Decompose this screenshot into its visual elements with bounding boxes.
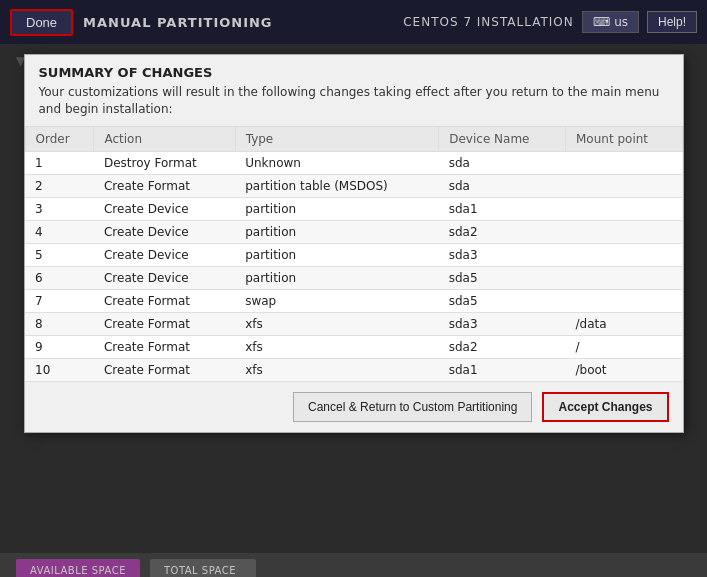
cell-device: sda5 — [439, 289, 566, 312]
cell-action: Create Device — [94, 220, 235, 243]
cell-mount: /boot — [566, 358, 683, 381]
dialog-buttons: Cancel & Return to Custom Partitioning A… — [25, 382, 683, 432]
keyboard-widget[interactable]: ⌨ us — [582, 11, 639, 33]
col-order: Order — [25, 126, 94, 151]
cell-order: 5 — [25, 243, 94, 266]
table-row: 10Create Formatxfssda1/boot — [25, 358, 682, 381]
table-row: 6Create Devicepartitionsda5 — [25, 266, 682, 289]
cell-mount — [566, 174, 683, 197]
cell-mount: / — [566, 335, 683, 358]
cancel-button[interactable]: Cancel & Return to Custom Partitioning — [293, 392, 532, 422]
table-row: 5Create Devicepartitionsda3 — [25, 243, 682, 266]
changes-table: Order Action Type Device Name Mount poin… — [25, 126, 683, 382]
cell-type: partition — [235, 243, 439, 266]
cell-device: sda — [439, 174, 566, 197]
cell-mount — [566, 151, 683, 174]
help-button[interactable]: Help! — [647, 11, 697, 33]
cell-type: xfs — [235, 358, 439, 381]
table-row: 2Create Formatpartition table (MSDOS)sda — [25, 174, 682, 197]
cell-order: 4 — [25, 220, 94, 243]
top-bar-left: Done MANUAL PARTITIONING — [10, 9, 273, 36]
cell-mount — [566, 220, 683, 243]
cell-type: xfs — [235, 335, 439, 358]
cell-mount — [566, 289, 683, 312]
cell-device: sda1 — [439, 358, 566, 381]
cell-mount: /data — [566, 312, 683, 335]
table-row: 3Create Devicepartitionsda1 — [25, 197, 682, 220]
cell-order: 6 — [25, 266, 94, 289]
col-device: Device Name — [439, 126, 566, 151]
cell-type: partition — [235, 266, 439, 289]
cell-action: Create Format — [94, 174, 235, 197]
cell-order: 8 — [25, 312, 94, 335]
dialog-subtitle: Your customizations will result in the f… — [25, 84, 683, 126]
cell-mount — [566, 243, 683, 266]
cell-action: Create Format — [94, 289, 235, 312]
top-bar: Done MANUAL PARTITIONING CENTOS 7 INSTAL… — [0, 0, 707, 44]
table-row: 1Destroy FormatUnknownsda — [25, 151, 682, 174]
keyboard-icon: ⌨ — [593, 15, 610, 29]
cell-type: Unknown — [235, 151, 439, 174]
dialog-title: SUMMARY OF CHANGES — [25, 55, 683, 84]
cell-device: sda3 — [439, 243, 566, 266]
main-content: ▼ New CentOS 7 Installation sda5 SUMMARY… — [0, 44, 707, 553]
cell-order: 1 — [25, 151, 94, 174]
top-bar-right-title: CENTOS 7 INSTALLATION — [403, 15, 574, 29]
available-space-label: AVAILABLE SPACE — [30, 565, 126, 576]
cell-type: partition — [235, 197, 439, 220]
keyboard-label: us — [614, 15, 628, 29]
top-bar-title: MANUAL PARTITIONING — [83, 15, 272, 30]
top-bar-right: CENTOS 7 INSTALLATION ⌨ us Help! — [403, 11, 697, 33]
cell-device: sda2 — [439, 220, 566, 243]
cell-type: xfs — [235, 312, 439, 335]
summary-dialog: SUMMARY OF CHANGES Your customizations w… — [24, 54, 684, 433]
cell-action: Create Device — [94, 266, 235, 289]
total-space-block: TOTAL SPACE 200 GiB — [150, 559, 257, 577]
cell-action: Create Format — [94, 358, 235, 381]
cell-device: sda5 — [439, 266, 566, 289]
cell-type: swap — [235, 289, 439, 312]
cell-order: 3 — [25, 197, 94, 220]
table-header-row: Order Action Type Device Name Mount poin… — [25, 126, 682, 151]
bottom-bar-wrapper: AVAILABLE SPACE 47 GiB TOTAL SPACE 200 G… — [0, 553, 707, 577]
cell-order: 2 — [25, 174, 94, 197]
cell-action: Create Format — [94, 335, 235, 358]
done-button[interactable]: Done — [10, 9, 73, 36]
table-row: 7Create Formatswapsda5 — [25, 289, 682, 312]
cell-action: Destroy Format — [94, 151, 235, 174]
cell-device: sda — [439, 151, 566, 174]
accept-changes-button[interactable]: Accept Changes — [542, 392, 668, 422]
cell-type: partition table (MSDOS) — [235, 174, 439, 197]
cell-mount — [566, 266, 683, 289]
cell-order: 7 — [25, 289, 94, 312]
col-mount: Mount point — [566, 126, 683, 151]
cell-type: partition — [235, 220, 439, 243]
table-row: 8Create Formatxfssda3/data — [25, 312, 682, 335]
cell-mount — [566, 197, 683, 220]
cell-order: 10 — [25, 358, 94, 381]
total-space-label: TOTAL SPACE — [164, 565, 243, 576]
cell-action: Create Format — [94, 312, 235, 335]
table-row: 4Create Devicepartitionsda2 — [25, 220, 682, 243]
cell-action: Create Device — [94, 197, 235, 220]
col-action: Action — [94, 126, 235, 151]
cell-action: Create Device — [94, 243, 235, 266]
table-row: 9Create Formatxfssda2/ — [25, 335, 682, 358]
dialog-overlay: SUMMARY OF CHANGES Your customizations w… — [0, 44, 707, 553]
cell-device: sda2 — [439, 335, 566, 358]
col-type: Type — [235, 126, 439, 151]
available-space-block: AVAILABLE SPACE 47 GiB — [16, 559, 140, 577]
cell-device: sda1 — [439, 197, 566, 220]
cell-device: sda3 — [439, 312, 566, 335]
cell-order: 9 — [25, 335, 94, 358]
